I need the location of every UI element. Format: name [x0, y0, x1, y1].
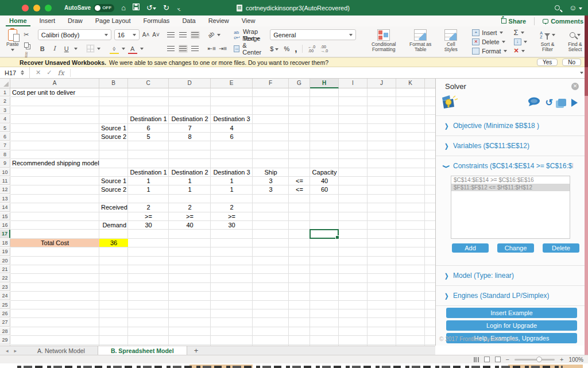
insert-cells-button[interactable]: +Insert [472, 28, 502, 37]
borders-caret[interactable] [97, 48, 100, 50]
row-header-25[interactable]: 25 [0, 301, 10, 309]
cell-B12[interactable]: Source 2 [99, 185, 128, 194]
orientation-icon[interactable]: ab [207, 30, 216, 40]
underline-button[interactable]: U [62, 45, 71, 53]
cell-F11[interactable]: 3 [253, 177, 289, 185]
ribbon-tab-page-layout[interactable]: Page Layout [92, 16, 134, 26]
add-sheet-button[interactable]: + [187, 346, 206, 355]
ribbon-tab-draw[interactable]: Draw [64, 16, 86, 26]
increase-indent-icon[interactable]: ⇥≡ [219, 45, 227, 52]
cell-E11[interactable]: 1 [211, 177, 253, 185]
name-box[interactable]: H17 [0, 67, 30, 79]
italic-button[interactable]: I [50, 45, 59, 53]
paste-caret[interactable] [11, 49, 14, 51]
ribbon-tab-home[interactable]: Home [6, 16, 30, 26]
row-header-17[interactable]: 17 [0, 230, 10, 238]
row-header-4[interactable]: 4 [0, 115, 10, 123]
solver-model-section[interactable]: ❭ Model (Type: linear) [436, 266, 585, 286]
row-header-20[interactable]: 20 [0, 257, 10, 265]
cell-H11[interactable]: 40 [310, 177, 339, 185]
paste-button[interactable]: Paste [3, 28, 22, 54]
row-header-9[interactable]: 9 [0, 159, 10, 168]
row-header-26[interactable]: 26 [0, 309, 10, 317]
cell-D6[interactable]: 8 [169, 133, 211, 141]
cell-B18[interactable]: 36 [99, 239, 128, 247]
cell-E16[interactable]: 30 [211, 221, 253, 229]
cell-E14[interactable]: 2 [211, 203, 253, 212]
row-header-16[interactable]: 16 [0, 221, 10, 229]
column-header-F[interactable]: F [253, 79, 289, 88]
ribbon-tab-insert[interactable]: Insert [36, 16, 59, 26]
cell-C11[interactable]: 1 [128, 177, 169, 185]
change-constraint-button[interactable]: Change [497, 243, 534, 253]
constraints-listbox[interactable]: $C$14:$E$14 >= $C$16:$E$16$F$11:$F$12 <=… [451, 176, 570, 239]
copy-icon[interactable] [22, 41, 31, 49]
ribbon-tab-review[interactable]: Review [205, 16, 233, 26]
conditional-formatting-button[interactable]: Conditional Formatting [363, 28, 404, 54]
cell-E15[interactable]: >= [211, 212, 253, 220]
solver-constraints-section[interactable]: ❭ Constraints ($C$14:$E$14 >= $C$16:$E$1… [442, 156, 579, 176]
solver-close-icon[interactable]: ✕ [571, 83, 579, 90]
row-header-8[interactable]: 8 [0, 150, 10, 158]
row-header-18[interactable]: 18 [0, 239, 10, 247]
undo-menu-caret[interactable] [153, 7, 156, 10]
prev-sheet-arrow-icon[interactable]: ◂ [6, 348, 9, 354]
clear-button[interactable]: ✕ [514, 47, 525, 55]
cell-H12[interactable]: 60 [310, 185, 339, 194]
row-header-2[interactable]: 2 [0, 97, 10, 106]
sheet-tab-1[interactable]: A. Network Model [25, 346, 98, 355]
redo-button[interactable]: ↻ [163, 0, 169, 16]
font-color-icon[interactable]: A [128, 45, 137, 53]
cell-E6[interactable]: 6 [211, 133, 253, 141]
row-header-23[interactable]: 23 [0, 283, 10, 291]
cell-C15[interactable]: >= [128, 212, 169, 220]
borders-icon[interactable] [87, 45, 94, 52]
solver-solve-icon[interactable] [571, 99, 578, 107]
cell-B5[interactable]: Source 1 [99, 124, 128, 132]
zoom-in-button[interactable]: + [560, 356, 563, 363]
row-header-3[interactable]: 3 [0, 106, 10, 114]
cell-C12[interactable]: 1 [128, 185, 169, 194]
cell-D11[interactable]: 1 [169, 177, 211, 185]
cell-B14[interactable]: Received [99, 203, 128, 212]
decrease-font-icon[interactable]: A˅ [152, 32, 160, 38]
column-header-H[interactable]: H [310, 79, 339, 88]
row-header-19[interactable]: 19 [0, 247, 10, 256]
cell-D10[interactable]: Destination 2 [169, 168, 211, 176]
add-constraint-button[interactable]: Add [452, 243, 489, 253]
confirm-entry-icon[interactable]: ✓ [47, 69, 52, 76]
cell-E5[interactable]: 4 [211, 124, 253, 132]
spreadsheet[interactable]: ABCDEFGHIJKL1234567891011121314151617181… [0, 79, 435, 346]
row-header-12[interactable]: 12 [0, 185, 10, 194]
insert-example-button[interactable]: Insert Example [446, 308, 577, 318]
align-bottom-icon[interactable] [191, 31, 200, 39]
align-left-icon[interactable] [167, 45, 176, 53]
cell-D4[interactable]: Destination 2 [169, 115, 211, 123]
row-header-6[interactable]: 6 [0, 133, 10, 141]
cancel-entry-icon[interactable]: ✕ [36, 69, 41, 76]
account-smiley-icon[interactable]: ☺ [569, 3, 582, 12]
autosave-toggle[interactable]: AutoSave OFF [64, 4, 114, 12]
minimize-window-button[interactable] [33, 5, 40, 11]
sort-filter-button[interactable]: AZ Sort & Filter [534, 28, 562, 54]
cell-D15[interactable]: >= [169, 212, 211, 220]
format-cells-button[interactable]: Format [472, 47, 506, 55]
font-size-combobox[interactable]: 16 [114, 29, 140, 40]
zoom-window-button[interactable] [45, 5, 52, 11]
ribbon-tab-data[interactable]: Data [179, 16, 199, 26]
row-header-7[interactable]: 7 [0, 141, 10, 150]
insert-function-icon[interactable]: fx [57, 69, 64, 77]
cell-G12[interactable]: <= [289, 185, 310, 194]
cell-C16[interactable]: 30 [128, 221, 169, 229]
cell-C6[interactable]: 5 [128, 133, 169, 141]
fill-color-icon[interactable]: ⬨ [110, 45, 119, 53]
constraint-entry-1[interactable]: $C$14:$E$14 >= $C$16:$E$16 [451, 176, 570, 184]
number-format-combobox[interactable]: General [270, 29, 356, 40]
column-header-A[interactable]: A [10, 79, 99, 88]
row-header-5[interactable]: 5 [0, 124, 10, 132]
row-header-11[interactable]: 11 [0, 177, 10, 185]
cell-A18[interactable]: Total Cost [10, 239, 99, 247]
cell-A1[interactable]: Cost per unit to deliver [10, 88, 99, 96]
row-header-28[interactable]: 28 [0, 327, 10, 335]
zoom-out-button[interactable]: − [506, 356, 509, 363]
